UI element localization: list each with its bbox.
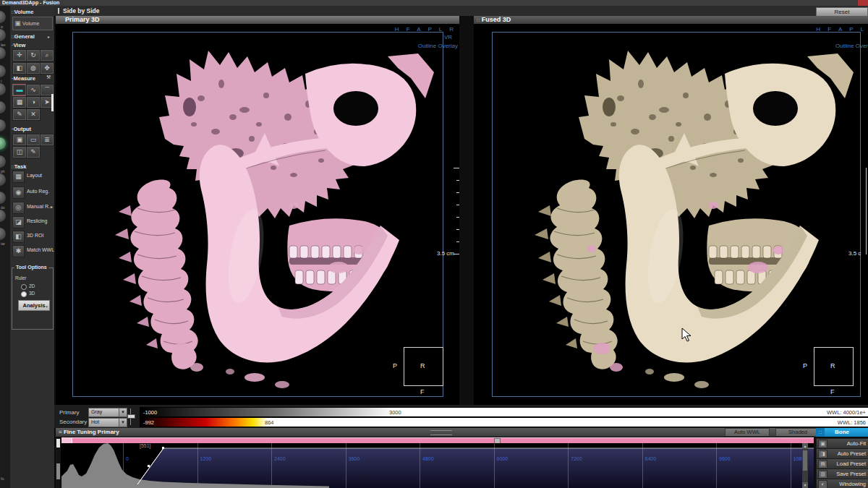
overlay-mode-label: Outline Over	[835, 43, 868, 49]
radio-2d[interactable]	[21, 284, 27, 290]
volume-button[interactable]: ▣Volume	[12, 17, 53, 30]
capture-icon[interactable]: ▣	[12, 134, 27, 146]
toolbar-round-icon[interactable]	[0, 101, 6, 114]
left-scrollbar[interactable]	[56, 437, 61, 488]
task-item-auto-reg[interactable]: ◉ Auto Reg.	[12, 186, 53, 200]
primary-window-bar[interactable]: -1000 3000 WWL: 4000/1e+	[140, 407, 868, 417]
close-icon[interactable]	[858, 0, 868, 6]
toolbar-round-icon[interactable]	[0, 210, 6, 222]
layout-label: Side by Side	[63, 7, 100, 14]
task-item-3d-roi[interactable]: ◧ 3D ROI	[12, 230, 53, 244]
ruler-tick	[456, 229, 459, 230]
toolbar-round-icon[interactable]	[0, 228, 6, 240]
primary-render-area[interactable]: H F A P L R VR Outline Overlay 3.5 cm P …	[56, 24, 459, 405]
view-section-header: View	[12, 42, 25, 48]
toolbar-round-icon[interactable]	[0, 47, 6, 59]
secondary-window-bar[interactable]: -992 864 WWL: 1856	[140, 417, 868, 427]
auto-wwl-button[interactable]: Auto WWL	[725, 428, 770, 437]
primary-colormap-select[interactable]: Gray	[88, 408, 121, 417]
windowing-button[interactable]: ◐ Windowing	[816, 479, 868, 488]
orientation-f: F	[420, 388, 425, 395]
toolbar-round-icon[interactable]	[0, 29, 6, 41]
secondary-select-arrow-icon[interactable]: ▼	[119, 418, 127, 427]
grab-icon[interactable]: ✥	[40, 62, 54, 74]
orientation-p: P	[803, 362, 807, 369]
save-preset-button[interactable]: ▥ Save Preset	[816, 468, 868, 479]
match-wwl-icon: ✱	[12, 245, 25, 257]
auto-preset-icon: ◨	[818, 450, 827, 458]
toolbar-round-icon[interactable]	[0, 119, 6, 132]
histogram-area[interactable]: [551] 0120024003600480060007200840096001…	[61, 443, 814, 488]
toolbar-round-icon[interactable]	[0, 155, 6, 168]
toolbar-round-icon[interactable]	[0, 174, 6, 186]
delete-measure-icon[interactable]: ✕	[26, 108, 41, 121]
circle-measure-icon[interactable]: ◑	[26, 96, 41, 108]
windowing-icon: ◐	[818, 480, 827, 488]
chevron-down-icon: ⌄	[45, 301, 48, 311]
general-expander-icon[interactable]: ▸	[48, 34, 50, 39]
load-preset-button[interactable]: ▤ Load Preset	[816, 458, 868, 469]
toolbar-round-icon[interactable]	[0, 65, 6, 77]
ruler-measure-icon[interactable]: ▬	[12, 84, 27, 96]
window-value-annotation: [551]	[140, 443, 151, 448]
spin-icon[interactable]: ◍	[26, 62, 41, 74]
strip-label-fragment: ph	[1, 169, 5, 174]
blend-slider-handle[interactable]	[127, 414, 135, 419]
analysis-button[interactable]: Analysis ⌄	[18, 300, 50, 311]
toolbar-round-icon[interactable]	[0, 83, 6, 95]
histogram-scrollbar[interactable]: ▲ ▼	[802, 443, 808, 488]
scroll-up-icon[interactable]: ▲	[802, 443, 808, 449]
shaded-button[interactable]: Shaded	[775, 428, 820, 437]
overlay-mode-label: Outline Overlay	[418, 43, 458, 49]
header-grip-icon: ∷	[477, 18, 480, 22]
fused-render-area[interactable]: H F A P L Outline Over 3.5 c P R F	[474, 24, 868, 405]
task-item-match-wwl[interactable]: ✱ Match WWL	[12, 244, 53, 258]
scale-ruler	[866, 168, 867, 254]
task-item-layout[interactable]: ▦ Layout	[12, 170, 53, 184]
auto-preset-button[interactable]: ◨ Auto Preset	[816, 448, 868, 459]
export-icon[interactable]: ◫	[12, 146, 27, 158]
bone-preset-button[interactable]: ∷ Bone	[816, 428, 868, 437]
rotate-3d-icon[interactable]: ↻	[26, 49, 41, 61]
scroll-thumb[interactable]	[56, 463, 60, 479]
quick-toolbar: ic las t ph do tar fo.	[0, 6, 11, 488]
primary-select-arrow-icon[interactable]: ▼	[119, 408, 127, 417]
toolbar-round-icon-active[interactable]	[0, 137, 6, 150]
sidebar-scrollbar[interactable]	[51, 94, 54, 111]
toolbar-round-icon[interactable]	[0, 192, 6, 204]
secondary-colormap-select[interactable]: Hot	[88, 418, 121, 427]
auto-fit-button[interactable]: ▣ Auto-Fit	[816, 438, 868, 449]
task-item-reslicing[interactable]: ◪ Reslicing	[12, 215, 53, 229]
layout-icon: ▦	[12, 171, 25, 183]
orientation-letters: H F A P L	[816, 26, 867, 33]
scroll-thumb[interactable]	[803, 450, 807, 471]
task-item-manual-reg[interactable]: ◎ Manual R... ▸	[12, 201, 53, 215]
film-icon[interactable]: ≣	[40, 134, 54, 146]
toolbar-round-icon[interactable]	[0, 11, 6, 23]
wrench-icon[interactable]: ⚒	[46, 74, 51, 80]
mouse-cursor	[681, 328, 692, 342]
auto-fit-icon: ▣	[818, 440, 827, 448]
ruler-tick	[456, 205, 459, 205]
area-measure-icon[interactable]: ▦	[12, 96, 27, 108]
primary-colormap-label: Primary	[59, 409, 80, 416]
panel-grip[interactable]	[430, 430, 452, 435]
fused-skull-render	[492, 32, 863, 397]
curve-measure-icon[interactable]: ∿	[26, 84, 41, 96]
ruler-label: Ruler	[15, 275, 27, 281]
pan-icon[interactable]: ✛	[12, 49, 27, 61]
draw-icon[interactable]: ✎	[26, 146, 41, 158]
scroll-down-icon[interactable]: ▼	[802, 482, 808, 488]
annotate-icon[interactable]: ✎	[12, 108, 27, 121]
scale-label: 3.5 c	[848, 250, 861, 257]
orientation-letters: H F A P L R	[395, 26, 456, 33]
zoom-icon[interactable]: ⌕	[40, 49, 54, 61]
copy-frame-icon[interactable]: ▭	[26, 134, 41, 146]
primary-3d-viewport: Primary 3D H F A P L R VR Outline Overla…	[56, 16, 459, 405]
radio-3d[interactable]	[21, 291, 27, 297]
window-level-icon[interactable]: ◧	[12, 62, 27, 74]
fine-tuning-header[interactable]: Fine Tuning Primary	[56, 428, 814, 437]
scroll-thumb[interactable]	[56, 439, 60, 448]
general-section-header: General	[12, 33, 35, 40]
ruler-tick	[454, 254, 459, 254]
